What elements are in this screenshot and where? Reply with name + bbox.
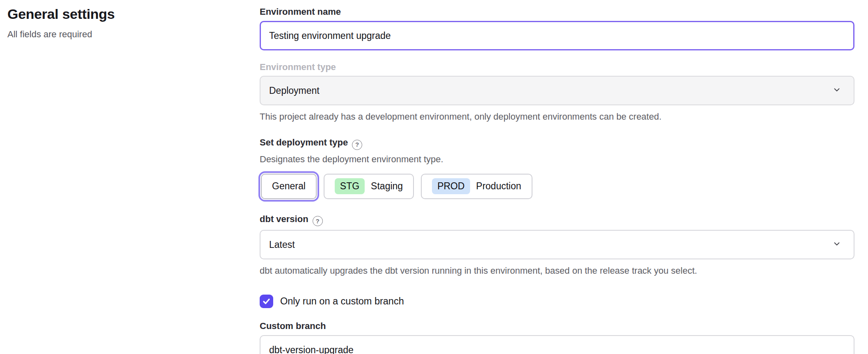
staging-badge: STG <box>335 178 365 194</box>
custom-branch-checkbox-label: Only run on a custom branch <box>280 296 404 307</box>
settings-form: Environment name Environment type Deploy… <box>260 6 854 354</box>
page-title: General settings <box>7 6 260 23</box>
settings-intro-panel: General settings All fields are required <box>7 6 260 354</box>
environment-name-input[interactable] <box>260 21 854 50</box>
deployment-type-label: Set deployment type? <box>260 136 854 150</box>
checkmark-icon <box>262 297 271 306</box>
dbt-version-helper: dbt automatically upgrades the dbt versi… <box>260 265 854 277</box>
environment-type-field: Environment type Deployment This project… <box>260 61 854 123</box>
deployment-type-option-general[interactable]: General <box>261 174 317 199</box>
chevron-down-icon <box>833 85 841 96</box>
deployment-type-option-staging-label: Staging <box>371 181 403 192</box>
custom-branch-input[interactable] <box>260 335 854 354</box>
deployment-type-helper: Designates the deployment environment ty… <box>260 153 854 166</box>
deployment-type-option-production[interactable]: PROD Production <box>421 174 532 199</box>
dbt-version-value: Latest <box>269 239 295 250</box>
deployment-type-option-general-label: General <box>272 181 306 192</box>
custom-branch-label: Custom branch <box>260 320 854 332</box>
environment-type-select: Deployment <box>260 76 854 105</box>
production-badge: PROD <box>432 178 470 194</box>
environment-name-field: Environment name <box>260 6 854 50</box>
page-subtitle: All fields are required <box>7 29 260 41</box>
deployment-type-option-staging[interactable]: STG Staging <box>324 174 414 199</box>
deployment-type-options: General STG Staging PROD Production <box>260 171 854 202</box>
dbt-version-field: dbt version? Latest dbt automatically up… <box>260 213 854 277</box>
environment-type-helper: This project already has a development e… <box>260 111 854 123</box>
chevron-down-icon <box>833 239 841 250</box>
dbt-version-label: dbt version? <box>260 213 854 227</box>
custom-branch-toggle-row: Only run on a custom branch <box>260 295 854 308</box>
dbt-version-select[interactable]: Latest <box>260 230 854 259</box>
help-icon[interactable]: ? <box>352 140 362 150</box>
deployment-type-field: Set deployment type? Designates the depl… <box>260 136 854 202</box>
environment-settings-page: General settings All fields are required… <box>0 0 868 354</box>
custom-branch-field: Custom branch <box>260 320 854 354</box>
custom-branch-checkbox[interactable] <box>260 295 273 308</box>
environment-type-value: Deployment <box>269 85 320 96</box>
environment-name-label: Environment name <box>260 6 854 18</box>
deployment-type-option-production-label: Production <box>476 181 521 192</box>
help-icon[interactable]: ? <box>313 216 323 226</box>
environment-type-label: Environment type <box>260 61 854 73</box>
